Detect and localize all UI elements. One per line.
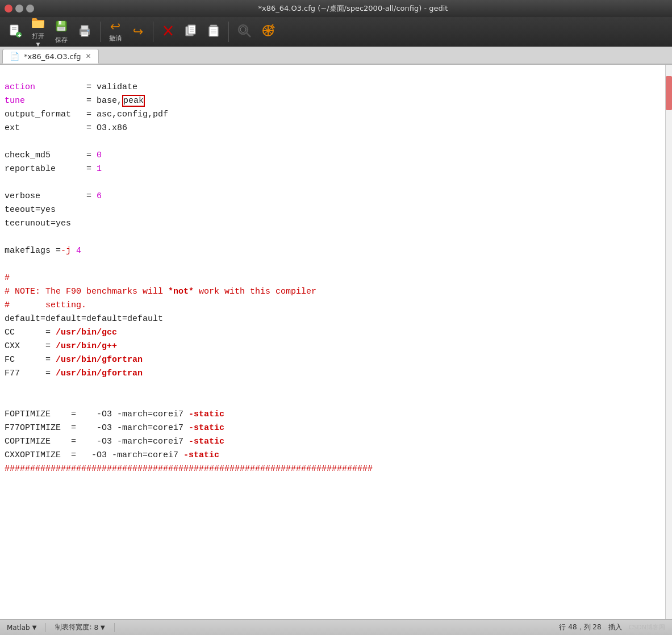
titlebar: *x86_64.O3.cfg (~/桌面/spec2000-all/config…	[0, 0, 672, 17]
tab-width-value: 8	[94, 624, 98, 632]
toolbar-separator-1	[100, 22, 101, 42]
new-button[interactable]: +	[5, 22, 25, 41]
tabbar: 📄 *x86_64.O3.cfg ✕	[0, 47, 672, 65]
window-title: *x86_64.O3.cfg (~/桌面/spec2000-all/config…	[39, 3, 667, 14]
language-label: Matlab	[7, 624, 30, 632]
main-area: 📄 *x86_64.O3.cfg ✕ action = validate tun…	[0, 47, 672, 635]
line-comment2: # NOTE: The F90 benchmarks will *not* wo…	[5, 287, 316, 296]
svg-text:+: +	[18, 32, 22, 37]
svg-point-16	[87, 30, 89, 32]
editor-wrapper: action = validate tune = base,peak outpu…	[0, 65, 672, 619]
redo-button[interactable]: ↪	[128, 23, 148, 40]
line-fc: FC = /usr/bin/gfortran	[5, 355, 143, 365]
tab-width-label-text: 制表符宽度:	[55, 623, 91, 632]
tab-icon: 📄	[10, 52, 19, 61]
toolbar-separator-2	[153, 22, 153, 42]
statusbar-sep-1	[45, 623, 46, 632]
line-comment3: # setting.	[5, 300, 86, 310]
close-button[interactable]	[5, 5, 12, 12]
folder-icon	[31, 16, 45, 31]
save-icon	[55, 19, 68, 35]
line-verbose: verbose = 6	[5, 191, 102, 201]
cursor-position: 行 48，列 28	[559, 623, 601, 632]
line-default: default=default=default=default	[5, 314, 163, 324]
paste-button[interactable]	[203, 22, 224, 41]
editor[interactable]: action = validate tune = base,peak outpu…	[0, 65, 672, 619]
line-output-format: output_format = asc,config,pdf	[5, 110, 168, 119]
print-icon	[77, 24, 92, 39]
line-f77: F77 = /usr/bin/gfortran	[5, 369, 143, 378]
toolbar: + 打开 ▼ 保存	[0, 17, 672, 47]
copy-icon	[185, 24, 197, 39]
scrollbar[interactable]	[665, 65, 672, 619]
minimize-button[interactable]	[15, 5, 23, 12]
open-button[interactable]: 打开 ▼	[27, 14, 49, 49]
file-tab[interactable]: 📄 *x86_64.O3.cfg ✕	[2, 49, 99, 64]
search-icon	[237, 23, 252, 40]
line-tune: tune = base,peak	[5, 95, 145, 107]
line-teerunout: teerunout=yes	[5, 219, 71, 228]
statusbar-right: 行 48，列 28 插入 CSDN博客网	[559, 623, 665, 632]
open-dropdown-icon[interactable]: ▼	[36, 41, 40, 47]
tab-width-item[interactable]: 制表符宽度: 8 ▼	[55, 623, 105, 632]
svg-point-29	[239, 25, 248, 34]
svg-rect-7	[59, 21, 61, 24]
line-f77optimize: F77OPTIMIZE = -O3 -march=corei7 -static	[5, 423, 224, 433]
tools-icon	[261, 23, 276, 40]
search-button[interactable]	[233, 21, 255, 42]
line-makeflags: makeflags =-j 4	[5, 246, 81, 256]
line-check-md5: check_md5 = 0	[5, 151, 102, 160]
maximize-button[interactable]	[26, 5, 34, 12]
statusbar: Matlab ▼ 制表符宽度: 8 ▼ 行 48，列 28 插入 CSDN博客网	[0, 619, 672, 635]
open-label: 打开	[32, 32, 44, 40]
language-selector[interactable]: Matlab ▼	[7, 624, 36, 632]
undo-button[interactable]: ↩ 撤消	[105, 18, 126, 45]
statusbar-sep-2	[114, 623, 115, 632]
svg-line-30	[247, 33, 251, 37]
line-coptimize: COPTIMIZE = -O3 -march=corei7 -static	[5, 437, 224, 446]
save-button[interactable]: 保存	[51, 17, 72, 47]
editor-content[interactable]: action = validate tune = base,peak outpu…	[0, 65, 665, 619]
tab-width-dropdown-icon[interactable]: ▼	[101, 624, 105, 630]
line-ext: ext = O3.x86	[5, 123, 127, 133]
tab-close-button[interactable]: ✕	[86, 52, 91, 60]
line-cxxoptimize: CXXOPTIMIZE = -O3 -march=corei7 -static	[5, 450, 219, 460]
tools-button[interactable]	[257, 21, 279, 42]
line-comment1: #	[5, 273, 10, 283]
cut-icon	[162, 24, 174, 39]
undo-label: 撤消	[109, 34, 122, 43]
line-hashline: ########################################…	[5, 464, 373, 474]
scrollbar-thumb[interactable]	[666, 76, 672, 110]
line-teeout: teeout=yes	[5, 205, 56, 215]
titlebar-buttons[interactable]	[5, 5, 34, 12]
line-action: action = validate	[5, 82, 137, 92]
copy-button[interactable]	[181, 22, 201, 41]
language-dropdown-icon[interactable]: ▼	[32, 624, 37, 630]
line-reportable: reportable = 1	[5, 164, 102, 174]
redo-icon: ↪	[133, 26, 143, 38]
tab-label: *x86_64.O3.cfg	[24, 52, 81, 61]
paste-icon	[207, 24, 220, 39]
line-cc: CC = /usr/bin/gcc	[5, 328, 117, 337]
line-cxx: CXX = /usr/bin/g++	[5, 341, 117, 351]
svg-point-31	[240, 27, 246, 32]
save-label: 保存	[55, 36, 68, 44]
insert-mode: 插入	[608, 623, 622, 632]
watermark-text: CSDN博客网	[629, 623, 665, 632]
line-foptimize: FOPTIMIZE = -O3 -march=corei7 -static	[5, 410, 224, 419]
svg-rect-12	[81, 26, 88, 30]
svg-line-38	[273, 26, 274, 28]
undo-icon: ↩	[110, 20, 120, 33]
new-icon: +	[8, 24, 22, 39]
cut-button[interactable]	[158, 22, 178, 41]
toolbar-separator-3	[228, 22, 229, 42]
print-button[interactable]	[74, 22, 95, 41]
